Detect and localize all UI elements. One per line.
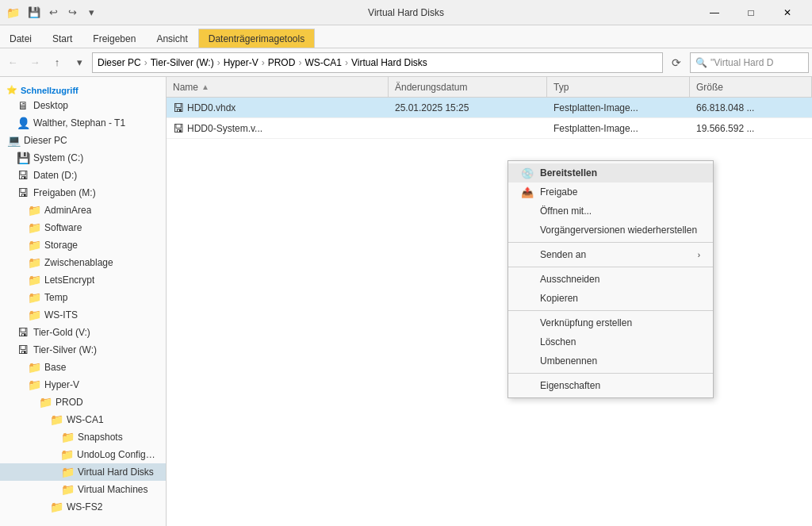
tab-datentraeger[interactable]: Datenträgerimagetools <box>198 29 315 48</box>
sidebar-item-adminarea[interactable]: 📁 AdminArea <box>0 202 166 219</box>
file-size-1: 19.566.592 ... <box>690 123 812 134</box>
sidebar-adminarea-label: AdminArea <box>44 205 91 216</box>
qat-dropdown-btn[interactable]: ▾ <box>82 4 100 21</box>
address-path[interactable]: Dieser PC › Tier-Silver (W:) › Hyper-V ›… <box>92 52 663 73</box>
ctx-item-verknuepfung[interactable]: Verknüpfung erstellen <box>508 313 713 332</box>
sidebar-item-user[interactable]: 👤 Walther, Stephan - T1 <box>0 114 166 132</box>
sidebar-item-snapshots[interactable]: 📁 Snapshots <box>0 428 166 446</box>
sidebar-quick-access-header: ⭐ Schnellzugriff <box>0 80 166 97</box>
ctx-item-freigabe[interactable]: 📤 Freigabe <box>508 182 713 202</box>
col-header-type[interactable]: Typ <box>547 77 690 97</box>
col-header-date[interactable]: Änderungsdatum <box>389 77 547 97</box>
col-name-label: Name <box>173 82 198 93</box>
ctx-item-oeffnen[interactable]: Öffnen mit... <box>508 202 713 221</box>
ctx-item-bereitstellen[interactable]: 💿 Bereitstellen <box>508 163 713 182</box>
title-bar-icons: 📁 <box>6 6 19 19</box>
address-bar: ← → ↑ ▾ Dieser PC › Tier-Silver (W:) › H… <box>0 48 812 77</box>
sidebar-item-vm[interactable]: 📁 Virtual Machines <box>0 481 166 498</box>
folder-base-icon: 📁 <box>27 361 41 374</box>
sidebar-item-dieser-pc[interactable]: 💻 Dieser PC <box>0 132 166 149</box>
sidebar-item-zwischenablage[interactable]: 📁 Zwischenablage <box>0 254 166 271</box>
drive-m-icon: 🖫 <box>16 186 30 199</box>
ctx-item-eigenschaften[interactable]: Eigenschaften <box>508 376 713 395</box>
table-row[interactable]: 🖫 HDD0-System.v... Festplatten-Image... … <box>167 118 812 139</box>
sidebar-software-label: Software <box>44 222 82 233</box>
drive-d-icon: 🖫 <box>16 169 30 182</box>
maximize-button[interactable]: □ <box>733 0 769 25</box>
file-size-0: 66.818.048 ... <box>690 102 812 113</box>
ctx-item-ausschneiden[interactable]: Ausschneiden <box>508 270 713 289</box>
sidebar-item-tiergold[interactable]: 🖫 Tier-Gold (V:) <box>0 324 166 341</box>
ctx-item-vorgaenger[interactable]: Vorgängerversionen wiederherstellen <box>508 221 713 240</box>
context-menu: 💿 Bereitstellen 📤 Freigabe Öffnen mit...… <box>508 160 714 398</box>
sidebar-vm-label: Virtual Machines <box>78 484 148 495</box>
up-button[interactable]: ↑ <box>48 53 67 72</box>
qat-undo-btn[interactable]: ↩ <box>44 4 62 21</box>
file-name-label-1: HDD0-System.v... <box>187 123 262 134</box>
sidebar-item-systemc[interactable]: 💾 System (C:) <box>0 149 166 167</box>
sidebar-item-desktop[interactable]: 🖥 Desktop <box>0 97 166 114</box>
folder-temp-icon: 📁 <box>27 291 41 304</box>
path-segment-5[interactable]: Virtual Hard Disks <box>351 57 427 68</box>
sidebar-item-hyperv[interactable]: 📁 Hyper-V <box>0 376 166 394</box>
qat-save-btn[interactable]: 💾 <box>25 4 43 21</box>
ctx-item-loeschen[interactable]: Löschen <box>508 332 713 351</box>
qat-redo-btn[interactable]: ↪ <box>63 4 81 21</box>
col-header-name[interactable]: Name ▲ <box>167 77 389 97</box>
ctx-share-icon: 📤 <box>521 186 534 198</box>
sidebar-item-temp[interactable]: 📁 Temp <box>0 289 166 306</box>
refresh-button[interactable]: ⟳ <box>666 52 687 73</box>
ctx-separator-3 <box>508 310 713 311</box>
folder-storage-icon: 📁 <box>27 239 41 251</box>
sidebar-item-tiersilver[interactable]: 🖫 Tier-Silver (W:) <box>0 341 166 359</box>
content-area: Name ▲ Änderungsdatum Typ Größe 🖫 HDD0.v… <box>167 77 812 526</box>
folder-adminarea-icon: 📁 <box>27 204 41 217</box>
path-segment-2[interactable]: Hyper-V <box>224 57 259 68</box>
sidebar-item-freigabenm[interactable]: 🖫 Freigaben (M:) <box>0 184 166 202</box>
recent-button[interactable]: ▾ <box>70 53 89 72</box>
path-segment-3[interactable]: PROD <box>268 57 296 68</box>
sidebar-wsca1-label: WS-CA1 <box>67 414 104 425</box>
close-button[interactable]: ✕ <box>769 0 806 25</box>
sidebar-item-base[interactable]: 📁 Base <box>0 359 166 376</box>
tab-ansicht[interactable]: Ansicht <box>146 29 197 48</box>
forward-button[interactable]: → <box>25 53 44 72</box>
tab-freigeben[interactable]: Freigeben <box>82 29 146 48</box>
ctx-item-sendento[interactable]: Senden an › <box>508 245 713 264</box>
table-row[interactable]: 🖫 HDD0.vhdx 25.01.2025 15:25 Festplatten… <box>167 98 812 118</box>
folder-zwischenablage-icon: 📁 <box>27 256 41 269</box>
back-button[interactable]: ← <box>3 53 22 72</box>
sidebar-base-label: Base <box>44 362 66 373</box>
ctx-item-kopieren[interactable]: Kopieren <box>508 289 713 308</box>
col-header-size[interactable]: Größe <box>690 77 812 97</box>
drive-v-icon: 🖫 <box>16 326 30 339</box>
sidebar-item-datend[interactable]: 🖫 Daten (D:) <box>0 167 166 184</box>
path-segment-0[interactable]: Dieser PC <box>98 57 141 68</box>
ctx-link-icon <box>521 317 534 329</box>
sidebar-snapshots-label: Snapshots <box>78 432 123 443</box>
sidebar-storage-label: Storage <box>44 240 78 251</box>
sidebar-item-software[interactable]: 📁 Software <box>0 219 166 236</box>
tab-datei[interactable]: Datei <box>0 29 42 48</box>
folder-prod-icon: 📁 <box>38 396 52 409</box>
sidebar-item-wsits[interactable]: 📁 WS-ITS <box>0 306 166 324</box>
sidebar-item-letsencrypt[interactable]: 📁 LetsEncrypt <box>0 271 166 289</box>
sidebar-item-storage[interactable]: 📁 Storage <box>0 236 166 254</box>
tab-start[interactable]: Start <box>42 29 82 48</box>
folder-vhd-icon: 📁 <box>60 466 75 478</box>
minimize-button[interactable]: — <box>696 0 733 25</box>
sort-arrow-name: ▲ <box>201 83 209 91</box>
path-segment-4[interactable]: WS-CA1 <box>304 57 342 68</box>
window-controls: — □ ✕ <box>696 0 806 25</box>
search-box[interactable]: 🔍 "Virtual Hard D <box>690 52 809 73</box>
sidebar-item-prod[interactable]: 📁 PROD <box>0 394 166 411</box>
sidebar-temp-label: Temp <box>44 292 67 303</box>
sidebar-item-vhd[interactable]: 📁 Virtual Hard Disks <box>0 463 166 481</box>
sidebar: ⭐ Schnellzugriff 🖥 Desktop 👤 Walther, St… <box>0 77 167 526</box>
sidebar-item-wsfs2[interactable]: 📁 WS-FS2 <box>0 498 166 516</box>
sidebar-item-undolog[interactable]: 📁 UndoLog Configuration <box>0 446 166 463</box>
file-name-1: 🖫 HDD0-System.v... <box>167 122 389 135</box>
sidebar-item-wsca1[interactable]: 📁 WS-CA1 <box>0 411 166 428</box>
path-segment-1[interactable]: Tier-Silver (W:) <box>151 57 214 68</box>
ctx-item-umbenennen[interactable]: Umbenennen <box>508 351 713 371</box>
